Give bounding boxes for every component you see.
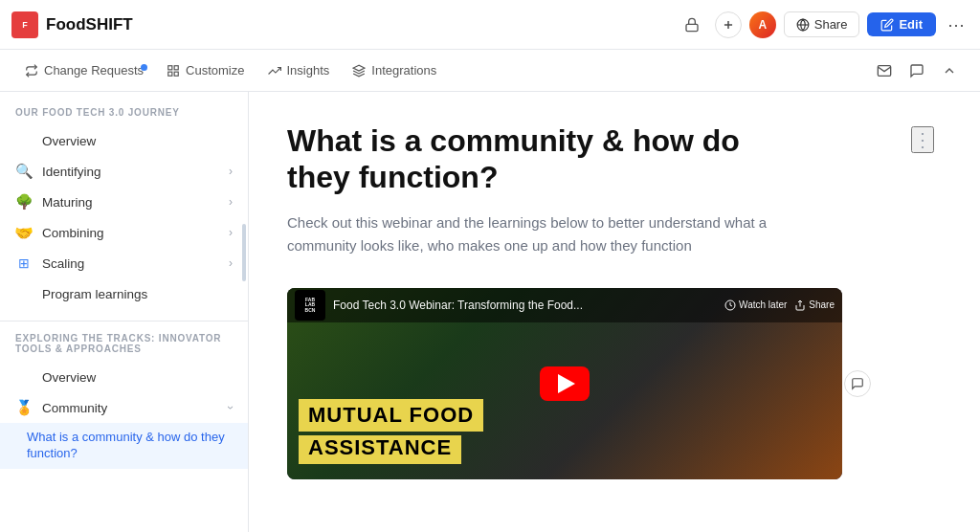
video-title: Food Tech 3.0 Webinar: Transforming the … bbox=[333, 299, 717, 312]
nav-item-integrations[interactable]: Integrations bbox=[343, 57, 446, 83]
change-requests-dot bbox=[141, 64, 147, 71]
collapse-button[interactable] bbox=[934, 55, 965, 86]
video-wrapper: FAB LAB BCN Food Tech 3.0 Webinar: Trans… bbox=[287, 288, 842, 479]
navbar: Change Requests Customize Insights Integ… bbox=[0, 50, 980, 92]
edit-button[interactable]: Edit bbox=[867, 12, 936, 36]
sidebar: OUR FOOD TECH 3.0 JOURNEY Overview 🔍 Ide… bbox=[0, 92, 249, 532]
program-learnings-icon bbox=[15, 285, 33, 302]
sidebar-item-overview2[interactable]: Overview bbox=[0, 362, 248, 392]
insights-icon bbox=[268, 64, 281, 78]
nav-right-icons bbox=[869, 55, 965, 86]
maturing-chevron: › bbox=[229, 195, 233, 209]
scaling-chevron: › bbox=[229, 256, 233, 270]
content-area: What is a community & how do they functi… bbox=[249, 92, 980, 532]
customize-icon bbox=[167, 64, 180, 78]
avatar[interactable]: A bbox=[749, 11, 776, 38]
video-embed[interactable]: FAB LAB BCN Food Tech 3.0 Webinar: Trans… bbox=[287, 288, 842, 479]
video-top-bar: FAB LAB BCN Food Tech 3.0 Webinar: Trans… bbox=[287, 288, 842, 322]
community-chevron: › bbox=[224, 406, 237, 410]
video-banner-line1: MUTUAL FOOD bbox=[299, 399, 483, 432]
svg-marker-9 bbox=[353, 65, 365, 71]
combining-chevron: › bbox=[229, 226, 233, 239]
identifying-chevron: › bbox=[229, 165, 233, 178]
video-comment-button[interactable] bbox=[844, 370, 871, 397]
content-header: What is a community & how do they functi… bbox=[287, 122, 934, 196]
video-banner-line2: ASSISTANCE bbox=[299, 435, 461, 464]
community-icon: 🏅 bbox=[15, 399, 33, 416]
lock-icon-button[interactable] bbox=[677, 10, 707, 40]
share-arrow-icon bbox=[794, 299, 806, 311]
chevron-up-icon bbox=[942, 63, 957, 78]
video-controls: Watch later Share bbox=[724, 299, 835, 311]
app-logo[interactable]: F FoodSHIFT bbox=[11, 11, 133, 38]
sidebar-section-label-2: EXPLORING THE TRACKS: INNOVATOR TOOLS & … bbox=[0, 333, 248, 362]
add-button[interactable] bbox=[715, 11, 742, 38]
more-options-button[interactable]: ⋯ bbox=[944, 14, 969, 35]
globe-icon bbox=[796, 18, 810, 32]
channel-logo: FAB LAB BCN bbox=[295, 290, 325, 321]
nav-item-customize[interactable]: Customize bbox=[157, 57, 254, 83]
sidebar-item-identifying[interactable]: 🔍 Identifying › bbox=[0, 156, 248, 187]
content-description: Check out this webinar and the learnings… bbox=[287, 211, 823, 257]
svg-rect-8 bbox=[174, 72, 178, 76]
identifying-icon: 🔍 bbox=[15, 163, 33, 180]
change-requests-icon bbox=[25, 64, 38, 78]
overview1-icon bbox=[15, 132, 33, 149]
speech-bubble-icon bbox=[851, 377, 864, 390]
mail-icon-button[interactable] bbox=[869, 55, 900, 86]
clock-icon bbox=[724, 299, 736, 311]
topbar: F FoodSHIFT A Share Edit ⋯ bbox=[0, 0, 980, 50]
maturing-icon: 🌳 bbox=[15, 193, 33, 211]
comment-icon bbox=[909, 63, 924, 78]
mail-icon bbox=[877, 63, 892, 78]
sidebar-subitem-community-what[interactable]: What is a community & how do they functi… bbox=[0, 423, 248, 469]
integrations-icon bbox=[352, 64, 366, 78]
scaling-icon: ⊞ bbox=[15, 255, 33, 272]
edit-icon bbox=[880, 18, 894, 32]
plus-icon bbox=[722, 18, 735, 32]
content-more-options-button[interactable]: ⋮ bbox=[911, 126, 934, 153]
svg-rect-7 bbox=[168, 72, 172, 76]
overview2-icon bbox=[15, 368, 33, 386]
sidebar-item-community[interactable]: 🏅 Community › bbox=[0, 392, 248, 423]
sidebar-item-program-learnings[interactable]: Program learnings bbox=[0, 278, 248, 309]
app-name: FoodSHIFT bbox=[46, 15, 133, 34]
nav-item-insights[interactable]: Insights bbox=[258, 57, 340, 83]
video-share-control[interactable]: Share bbox=[794, 299, 835, 311]
comment-icon-button[interactable] bbox=[902, 55, 932, 86]
svg-rect-0 bbox=[686, 24, 698, 31]
sidebar-item-combining[interactable]: 🤝 Combining › bbox=[0, 217, 248, 248]
nav-item-change-requests[interactable]: Change Requests bbox=[15, 57, 153, 83]
logo-icon: F bbox=[11, 11, 38, 38]
main-layout: OUR FOOD TECH 3.0 JOURNEY Overview 🔍 Ide… bbox=[0, 92, 980, 532]
sidebar-item-overview1[interactable]: Overview bbox=[0, 125, 248, 156]
sidebar-item-maturing[interactable]: 🌳 Maturing › bbox=[0, 187, 248, 217]
sidebar-section-label-1: OUR FOOD TECH 3.0 JOURNEY bbox=[0, 107, 248, 125]
share-button[interactable]: Share bbox=[784, 11, 860, 37]
sidebar-divider bbox=[0, 321, 248, 321]
video-bottom: MUTUAL FOOD ASSISTANCE bbox=[287, 388, 842, 479]
sidebar-scrollbar-handle[interactable] bbox=[242, 224, 246, 281]
combining-icon: 🤝 bbox=[15, 224, 33, 241]
watch-later-control[interactable]: Watch later bbox=[724, 299, 787, 311]
lock-icon bbox=[684, 17, 700, 33]
page-title: What is a community & how do they functi… bbox=[287, 122, 785, 196]
sidebar-item-scaling[interactable]: ⊞ Scaling › bbox=[0, 248, 248, 278]
svg-rect-6 bbox=[174, 65, 178, 69]
svg-rect-5 bbox=[168, 65, 172, 69]
